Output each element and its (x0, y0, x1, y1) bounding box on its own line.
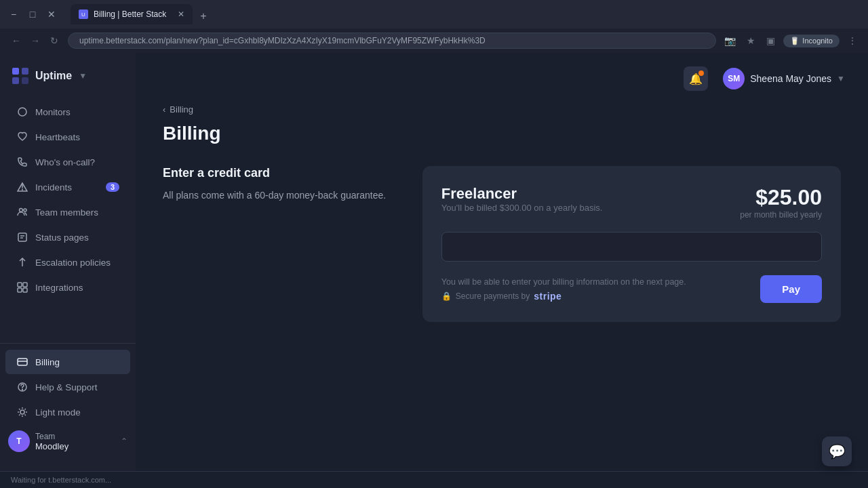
page-content: ‹ Billing Billing Enter a credit card Al… (136, 104, 868, 349)
notification-button[interactable]: 🔔 (684, 66, 708, 91)
status-bar: Waiting for t.betterstack.com... (0, 471, 868, 488)
svg-rect-3 (22, 77, 28, 84)
billing-footer-left: You will be able to enter your billing i… (441, 277, 752, 302)
star-icon[interactable]: ★ (744, 33, 758, 49)
tab-favicon: U (79, 9, 88, 19)
breadcrumb-chevron-icon: ‹ (163, 104, 165, 115)
extensions-icon[interactable]: ▣ (764, 33, 778, 49)
svg-point-14 (22, 390, 23, 390)
svg-point-6 (24, 209, 26, 211)
logo-chevron-icon: ▼ (79, 71, 87, 81)
svg-point-4 (18, 108, 26, 116)
oncall-icon (16, 156, 28, 168)
sidebar-item-incidents[interactable]: Incidents 3 (5, 175, 130, 199)
incidents-label: Incidents (35, 182, 72, 192)
integrations-label: Integrations (35, 283, 83, 293)
sidebar-item-oncall[interactable]: Who's on-call? (5, 150, 130, 174)
svg-point-15 (20, 410, 24, 414)
sidebar-item-status[interactable]: Status pages (5, 225, 130, 249)
forward-button[interactable]: → (27, 33, 43, 49)
content-grid: Enter a credit card All plans come with … (163, 166, 841, 322)
heartbeats-label: Heartbeats (35, 132, 80, 142)
breadcrumb: ‹ Billing (163, 104, 841, 115)
footer-text: Team Moodley (35, 432, 115, 451)
pay-button[interactable]: Pay (760, 275, 822, 303)
address-bar: ← → ↻ uptime.betterstack.com/plan/new?pl… (0, 28, 868, 53)
sidebar-item-escalation[interactable]: Escalation policies (5, 250, 130, 274)
user-menu[interactable]: SM Sheena May Jones ▼ (716, 64, 852, 94)
tab-close-button[interactable]: ✕ (178, 9, 184, 19)
sidebar-logo[interactable]: Uptime ▼ (0, 61, 136, 96)
chat-icon: 💬 (829, 443, 846, 460)
team-avatar: T (8, 430, 30, 452)
tab-title: Billing | Better Stack (94, 9, 166, 19)
billing-footer: You will be able to enter your billing i… (441, 275, 822, 303)
heartbeats-icon (16, 131, 28, 143)
svg-rect-2 (12, 77, 19, 84)
monitors-label: Monitors (35, 107, 71, 117)
plan-name: Freelancer (441, 185, 603, 203)
stripe-label: stripe (534, 291, 561, 302)
oncall-label: Who's on-call? (35, 157, 95, 167)
sidebar-item-monitors[interactable]: Monitors (5, 100, 130, 124)
app-container: Uptime ▼ Monitors Heartbeats Who's on (0, 53, 868, 471)
sidebar-item-team[interactable]: Team members (5, 200, 130, 224)
svg-rect-9 (23, 283, 27, 287)
price-info: $25.00 per month billed yearly (740, 185, 822, 220)
billing-card-header: Freelancer You'll be billed $300.00 on a… (441, 185, 822, 226)
sidebar-item-billing[interactable]: Billing (5, 350, 130, 374)
incognito-icon: 🥛 (790, 37, 800, 45)
maximize-button[interactable]: □ (24, 6, 41, 22)
close-button[interactable]: ✕ (43, 6, 60, 22)
enter-card-description: All plans come with a 60-day money-back … (163, 188, 395, 203)
enter-card-heading: Enter a credit card (163, 166, 395, 180)
help-label: Help & Support (35, 382, 98, 392)
enter-card-section: Enter a credit card All plans come with … (163, 166, 395, 203)
window-controls[interactable]: − □ ✕ (5, 6, 60, 22)
sidebar: Uptime ▼ Monitors Heartbeats Who's on (0, 53, 136, 471)
sidebar-footer[interactable]: T Team Moodley ⌃ (0, 425, 136, 458)
sidebar-bottom: Billing Help & Support Light mode T Team… (0, 343, 136, 463)
sidebar-item-integrations[interactable]: Integrations (5, 275, 130, 300)
url-text: uptime.betterstack.com/plan/new?plan_id=… (79, 36, 486, 45)
lightmode-icon (16, 406, 28, 418)
user-name: Sheena May Jones (750, 73, 831, 84)
svg-rect-8 (18, 283, 22, 287)
new-tab-button[interactable]: + (195, 8, 212, 24)
svg-rect-11 (23, 288, 27, 292)
minimize-button[interactable]: − (5, 6, 22, 22)
plan-price: $25.00 (740, 185, 822, 210)
card-input-wrapper[interactable] (441, 232, 822, 262)
url-input[interactable]: uptime.betterstack.com/plan/new?plan_id=… (68, 33, 716, 49)
svg-rect-10 (18, 288, 22, 292)
reload-button[interactable]: ↻ (46, 33, 62, 49)
sidebar-item-lightmode[interactable]: Light mode (5, 400, 130, 424)
sidebar-item-help[interactable]: Help & Support (5, 375, 130, 399)
back-button[interactable]: ← (8, 33, 24, 49)
active-tab[interactable]: U Billing | Better Stack ✕ (71, 4, 193, 24)
camera-icon[interactable]: 📷 (722, 33, 738, 49)
menu-icon[interactable]: ⋮ (845, 33, 860, 49)
escalation-label: Escalation policies (35, 258, 111, 268)
lock-icon: 🔒 (441, 291, 452, 301)
svg-rect-7 (18, 233, 26, 241)
footer-team-label: Team (35, 432, 115, 441)
svg-rect-0 (12, 68, 19, 75)
user-initials: SM (728, 74, 740, 83)
notification-dot (698, 70, 704, 76)
billing-label: Billing (35, 357, 60, 367)
billing-card: Freelancer You'll be billed $300.00 on a… (422, 166, 841, 322)
incognito-badge: 🥛 Incognito (783, 35, 840, 47)
svg-point-5 (20, 209, 23, 212)
status-text: Waiting for t.betterstack.com... (11, 476, 111, 484)
secure-label: Secure payments by (456, 291, 530, 301)
billing-footer-text: You will be able to enter your billing i… (441, 277, 752, 287)
price-period: per month billed yearly (740, 210, 822, 220)
team-icon (16, 206, 28, 218)
help-icon (16, 381, 28, 393)
chat-button[interactable]: 💬 (822, 436, 852, 466)
team-label: Team members (35, 207, 98, 218)
breadcrumb-link[interactable]: Billing (170, 104, 193, 115)
browser-actions: 📷 ★ ▣ 🥛 Incognito ⋮ (722, 33, 860, 49)
sidebar-item-heartbeats[interactable]: Heartbeats (5, 125, 130, 149)
